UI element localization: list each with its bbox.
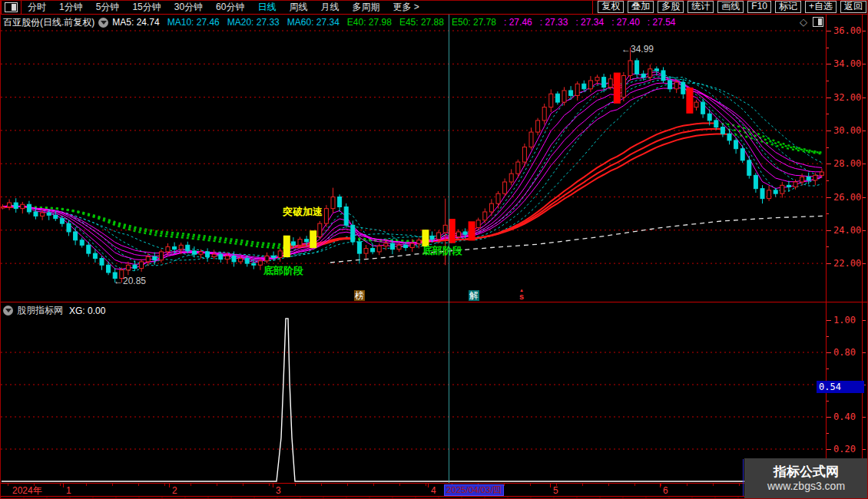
action-button-统计[interactable]: 统计 — [687, 1, 714, 13]
action-button-标记[interactable]: 标记 — [775, 1, 801, 13]
indicator-values: MA5: 24.74MA10: 27.46MA20: 27.33MA60: 27… — [112, 17, 675, 28]
time-axis-tick — [428, 484, 429, 487]
time-axis-minor-tick — [190, 484, 191, 486]
signal-bar-yellow — [310, 230, 316, 248]
chart-annotation: 突破加速 — [283, 205, 323, 219]
period-tab-月线[interactable]: 月线 — [320, 1, 339, 14]
ma-value: E50: 27.78 — [452, 17, 496, 28]
axis-label: 32.00 — [833, 93, 861, 102]
crosshair-vertical-line — [449, 15, 449, 483]
crosshair-date-box: 2025/04/03/四 — [444, 484, 504, 496]
time-axis-minor-tick — [399, 484, 400, 486]
ma-value: : 27.34 — [575, 17, 604, 28]
axis-tick — [827, 114, 829, 114]
period-tab-多周期[interactable]: 多周期 — [352, 1, 379, 14]
signal-bar-yellow — [283, 236, 290, 257]
axis-tick — [827, 320, 831, 321]
axis-label: 0.20 — [833, 444, 856, 454]
action-button-画线[interactable]: 画线 — [717, 1, 744, 13]
axis-tick — [863, 263, 866, 264]
time-axis-minor-tick — [60, 484, 61, 486]
time-axis-minor-tick — [164, 484, 165, 486]
period-tab-更多 >[interactable]: 更多 > — [393, 1, 419, 14]
action-button-返回[interactable]: 返回 — [840, 1, 866, 13]
axis-tick — [863, 31, 866, 31]
period-tab-15分钟[interactable]: 15分钟 — [132, 1, 161, 14]
top-toolbar: 分时1分钟5分钟15分钟30分钟60分钟日线周线月线多周期更多 > 复权叠加多股… — [0, 0, 868, 15]
axis-label: 22.00 — [833, 259, 861, 268]
axis-tick — [827, 131, 831, 131]
period-tab-周线[interactable]: 周线 — [289, 1, 307, 14]
event-marker-榜[interactable]: 榜 — [354, 290, 365, 301]
axis-label: 30.00 — [833, 126, 861, 135]
pane-divider[interactable] — [0, 302, 868, 302]
time-axis-minor-tick — [582, 484, 583, 486]
axis-tick — [863, 230, 866, 231]
ma-value: : 27.46 — [504, 17, 532, 28]
indicator-canvas[interactable] — [0, 302, 826, 483]
panel-split-icon[interactable] — [813, 17, 823, 27]
diamond-icon[interactable]: ◇ — [800, 16, 807, 28]
chart-annotation: 底部阶段 — [263, 264, 303, 278]
axis-tick — [863, 131, 866, 131]
time-axis-minor-tick — [217, 484, 217, 486]
signal-bar-red — [614, 73, 621, 104]
time-axis-month: 6 — [663, 485, 668, 496]
period-tabs: 分时1分钟5分钟15分钟30分钟60分钟日线周线月线多周期更多 > — [22, 1, 419, 14]
signal-bar-red — [686, 88, 693, 114]
time-axis-minor-tick — [8, 484, 8, 486]
axis-tick — [827, 263, 831, 264]
time-axis-month: 4 — [431, 485, 436, 496]
chevron-down-icon[interactable] — [98, 18, 108, 28]
toolbar-actions: 复权叠加多股统计画线F10标记+自选返回 — [592, 0, 866, 14]
chevron-down-icon[interactable] — [3, 306, 13, 316]
main-chart-canvas[interactable] — [0, 15, 826, 302]
timeaxis-top-line — [0, 483, 868, 484]
axis-label: 34.00 — [833, 59, 861, 68]
chart-annotation: ←34.99 — [621, 44, 654, 55]
axis-tick — [827, 81, 829, 81]
axis-tick — [827, 352, 831, 353]
time-axis-minor-tick — [86, 484, 87, 486]
period-tab-分时[interactable]: 分时 — [28, 1, 46, 14]
split-window-icon[interactable] — [5, 2, 18, 12]
time-axis-minor-tick — [556, 484, 557, 486]
axis-label: 28.00 — [833, 159, 861, 168]
axis-tick — [827, 97, 831, 98]
axis-tick — [827, 48, 829, 48]
signal-bar-red — [469, 221, 475, 240]
indicator-value: XG: 0.00 — [69, 306, 105, 316]
action-button-叠加[interactable]: 叠加 — [628, 1, 654, 13]
action-button-+自选[interactable]: +自选 — [805, 1, 837, 13]
axis-tick — [827, 401, 829, 402]
time-axis-minor-tick — [661, 484, 661, 486]
time-axis-month: 5 — [553, 485, 558, 496]
period-tab-日线[interactable]: 日线 — [257, 1, 276, 14]
chart-title-bar: 百亚股份(日线.前复权) MA5: 24.74MA10: 27.46MA20: … — [3, 15, 822, 29]
period-tab-5分钟[interactable]: 5分钟 — [96, 1, 120, 14]
period-tab-30分钟[interactable]: 30分钟 — [174, 1, 203, 14]
dividend-marker[interactable]: ▴s — [519, 288, 524, 300]
axis-tick — [863, 352, 866, 353]
time-axis-minor-tick — [112, 484, 113, 486]
action-button-多股[interactable]: 多股 — [658, 1, 684, 13]
time-axis-minor-tick — [713, 484, 714, 486]
time-axis-minor-tick — [687, 484, 687, 486]
period-tab-60分钟[interactable]: 60分钟 — [216, 1, 244, 14]
axis-tick — [827, 147, 829, 148]
axis-tick — [863, 164, 866, 164]
event-marker-解[interactable]: 解 — [469, 290, 479, 301]
time-axis-tick — [273, 484, 273, 487]
axis-tick — [827, 336, 829, 337]
time-axis-minor-tick — [634, 484, 635, 486]
time-axis-minor-tick — [426, 484, 426, 486]
time-axis-minor-tick — [321, 484, 322, 486]
axis-tick — [863, 197, 866, 198]
period-tab-1分钟[interactable]: 1分钟 — [59, 1, 83, 14]
window-icon-box[interactable] — [0, 0, 22, 14]
action-button-复权[interactable]: 复权 — [598, 1, 624, 13]
title-right-icons: ◇ — [800, 15, 823, 28]
ma-value: : 27.40 — [611, 17, 640, 28]
action-button-F10[interactable]: F10 — [747, 1, 771, 13]
indicator-name: 股朋指标网 — [17, 304, 63, 317]
